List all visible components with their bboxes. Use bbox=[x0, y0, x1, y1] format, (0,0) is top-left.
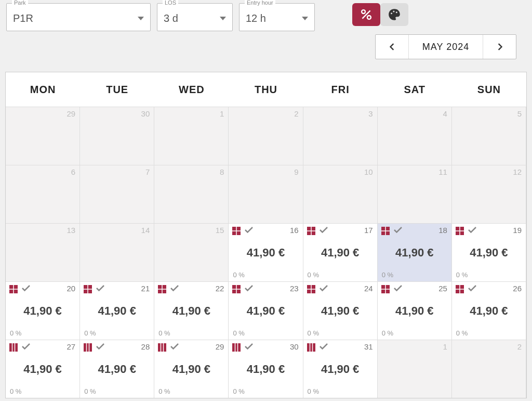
day-number: 15 bbox=[216, 226, 224, 235]
columns-icon bbox=[83, 343, 92, 352]
day-number: 1 bbox=[220, 109, 224, 118]
day-price: 41,90 € bbox=[80, 304, 154, 318]
day-number: 14 bbox=[141, 226, 150, 235]
day-cell[interactable]: 1941,90 €0 % bbox=[452, 223, 526, 281]
day-number: 8 bbox=[220, 167, 224, 176]
day-cell: 15 bbox=[154, 223, 229, 281]
day-cell[interactable]: 2141,90 €0 % bbox=[80, 281, 154, 340]
park-select[interactable]: Park P1R bbox=[6, 3, 151, 31]
day-cell[interactable]: 1641,90 €0 % bbox=[229, 223, 303, 281]
entry-hour-select[interactable]: Entry hour 12 h bbox=[239, 3, 315, 31]
palette-toggle[interactable] bbox=[380, 3, 408, 26]
day-number: 3 bbox=[368, 109, 373, 118]
day-cell[interactable]: 2941,90 €0 % bbox=[154, 340, 229, 398]
check-icon bbox=[244, 226, 254, 236]
day-cell[interactable]: 2241,90 €0 % bbox=[154, 281, 229, 340]
day-cell: 10 bbox=[303, 165, 378, 223]
grid-icon bbox=[307, 284, 316, 294]
day-number: 6 bbox=[71, 167, 75, 176]
day-cell[interactable]: 2041,90 €0 % bbox=[6, 281, 80, 340]
day-cell: 13 bbox=[6, 223, 80, 281]
grid-icon bbox=[381, 284, 390, 294]
day-price: 41,90 € bbox=[229, 363, 302, 376]
day-icons bbox=[307, 342, 328, 353]
day-cell: 11 bbox=[378, 165, 452, 223]
day-icons bbox=[381, 226, 403, 236]
svg-point-4 bbox=[393, 11, 394, 12]
day-percent: 0 % bbox=[233, 329, 244, 337]
day-cell: 3 bbox=[303, 107, 378, 165]
day-number: 30 bbox=[141, 109, 150, 118]
day-percent: 0 % bbox=[84, 329, 96, 337]
day-percent: 0 % bbox=[10, 387, 21, 395]
day-cell[interactable]: 2741,90 €0 % bbox=[6, 340, 80, 398]
svg-rect-39 bbox=[9, 343, 18, 352]
day-number: 2 bbox=[294, 109, 298, 118]
check-icon bbox=[21, 284, 31, 294]
day-cell: 9 bbox=[229, 165, 303, 223]
weekday-header: MON bbox=[6, 72, 80, 107]
palette-icon bbox=[388, 8, 401, 21]
chevron-down-icon bbox=[138, 17, 144, 20]
svg-line-2 bbox=[362, 10, 370, 18]
day-cell[interactable]: 3041,90 €0 % bbox=[229, 340, 303, 398]
svg-rect-51 bbox=[307, 343, 315, 352]
svg-point-3 bbox=[391, 12, 392, 14]
svg-rect-42 bbox=[84, 343, 92, 352]
day-number: 12 bbox=[513, 167, 522, 176]
grid-icon bbox=[307, 226, 316, 236]
day-percent: 0 % bbox=[308, 271, 319, 279]
day-cell[interactable]: 1841,90 €0 % bbox=[378, 223, 452, 281]
day-price: 41,90 € bbox=[6, 363, 79, 376]
day-number: 10 bbox=[364, 167, 373, 176]
entry-label: Entry hour bbox=[245, 0, 275, 6]
day-cell[interactable]: 2341,90 €0 % bbox=[229, 281, 303, 340]
grid-icon bbox=[9, 284, 18, 294]
day-icons bbox=[232, 226, 254, 236]
check-icon bbox=[96, 342, 105, 353]
next-month-button[interactable] bbox=[483, 35, 516, 59]
day-number: 20 bbox=[66, 284, 75, 293]
day-cell: 6 bbox=[6, 165, 80, 223]
check-icon bbox=[319, 342, 328, 353]
park-label: Park bbox=[12, 0, 28, 6]
day-icons bbox=[232, 284, 254, 294]
prev-month-button[interactable] bbox=[376, 35, 409, 59]
day-cell: 29 bbox=[6, 107, 80, 165]
day-percent: 0 % bbox=[456, 329, 468, 337]
day-price: 41,90 € bbox=[229, 246, 302, 260]
weekday-header: WED bbox=[154, 72, 229, 107]
svg-point-0 bbox=[362, 10, 365, 14]
day-cell[interactable]: 2541,90 €0 % bbox=[378, 281, 452, 340]
day-cell[interactable]: 2841,90 €0 % bbox=[80, 340, 154, 398]
day-price: 41,90 € bbox=[378, 246, 451, 260]
day-cell: 1 bbox=[378, 340, 452, 398]
check-icon bbox=[319, 284, 328, 294]
chevron-left-icon bbox=[389, 43, 396, 50]
day-number: 7 bbox=[145, 167, 150, 176]
day-cell[interactable]: 2441,90 €0 % bbox=[303, 281, 378, 340]
grid-icon bbox=[455, 284, 464, 294]
percent-toggle[interactable] bbox=[352, 3, 380, 26]
day-cell: 12 bbox=[452, 165, 526, 223]
day-cell[interactable]: 2641,90 €0 % bbox=[452, 281, 526, 340]
day-icons bbox=[9, 284, 31, 294]
check-icon bbox=[393, 226, 403, 236]
day-percent: 0 % bbox=[308, 329, 319, 337]
los-select[interactable]: LOS 3 d bbox=[157, 3, 233, 31]
day-cell[interactable]: 1741,90 €0 % bbox=[303, 223, 378, 281]
day-price: 41,90 € bbox=[6, 304, 79, 318]
day-icons bbox=[381, 284, 403, 294]
svg-rect-45 bbox=[158, 343, 166, 352]
los-value: 3 d bbox=[164, 12, 178, 24]
weekday-header: TUE bbox=[80, 72, 154, 107]
day-percent: 0 % bbox=[233, 387, 244, 395]
day-percent: 0 % bbox=[233, 271, 244, 279]
day-cell: 2 bbox=[229, 107, 303, 165]
day-number: 17 bbox=[364, 226, 373, 235]
day-percent: 0 % bbox=[456, 271, 468, 279]
day-price: 41,90 € bbox=[452, 304, 526, 318]
day-price: 41,90 € bbox=[303, 246, 377, 260]
day-cell[interactable]: 3141,90 €0 % bbox=[303, 340, 378, 398]
day-price: 41,90 € bbox=[154, 363, 228, 376]
